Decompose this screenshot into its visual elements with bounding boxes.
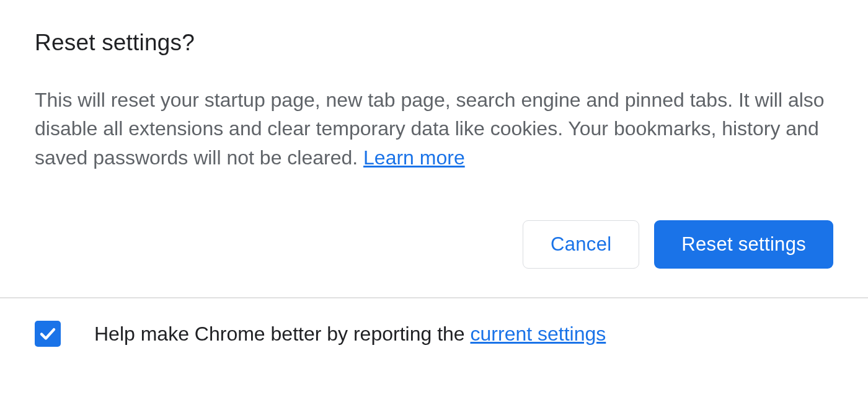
reset-settings-button[interactable]: Reset settings <box>654 220 833 269</box>
report-settings-checkbox[interactable] <box>35 321 61 347</box>
learn-more-link[interactable]: Learn more <box>363 146 465 169</box>
footer-help-text: Help make Chrome better by reporting the <box>94 323 471 345</box>
footer-text: Help make Chrome better by reporting the… <box>94 323 606 346</box>
dialog-actions: Cancel Reset settings <box>35 220 833 269</box>
checkmark-icon <box>38 324 57 343</box>
dialog-title: Reset settings? <box>35 30 833 56</box>
current-settings-link[interactable]: current settings <box>471 323 606 345</box>
dialog-body: This will reset your startup page, new t… <box>35 86 833 172</box>
cancel-button[interactable]: Cancel <box>523 220 639 269</box>
reset-settings-dialog: Reset settings? This will reset your sta… <box>0 0 868 269</box>
footer-row: Help make Chrome better by reporting the… <box>0 298 868 347</box>
